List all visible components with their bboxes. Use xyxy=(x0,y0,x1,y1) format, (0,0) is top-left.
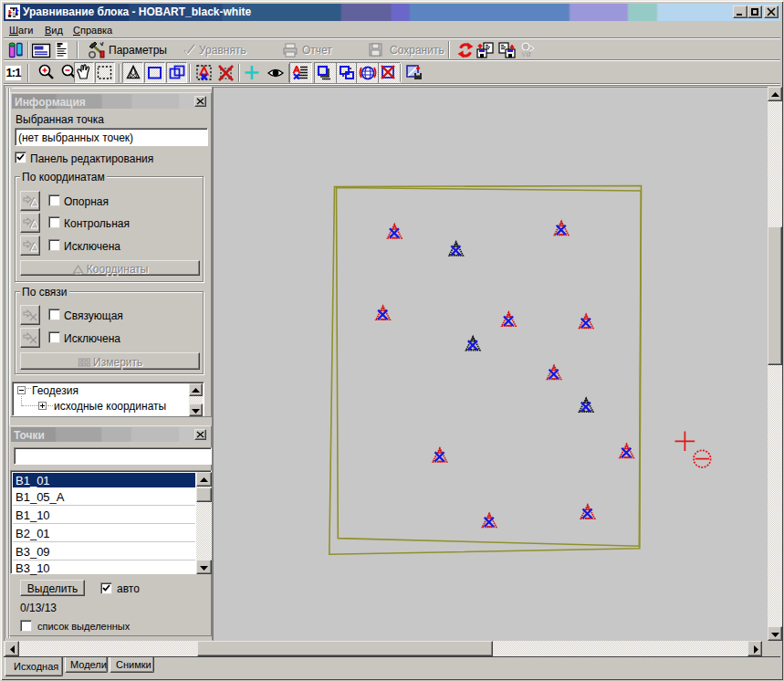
svg-text:√α: √α xyxy=(521,48,531,58)
svg-text:xyz: xyz xyxy=(74,270,81,276)
